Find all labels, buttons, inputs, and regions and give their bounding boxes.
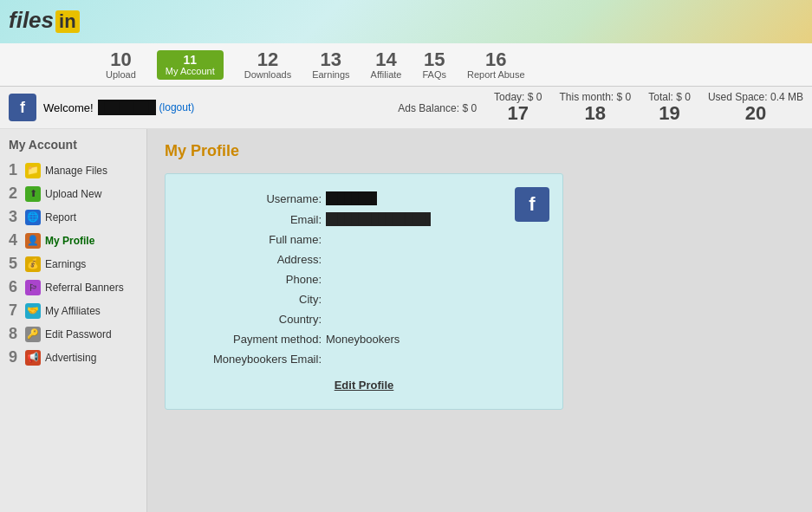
nav-downloads[interactable]: 12 Downloads — [244, 50, 291, 80]
sidebar-item-advertising[interactable]: 9 📢 Advertising — [4, 346, 142, 369]
field-fullname: Full name: — [183, 233, 545, 246]
sidebar-items: 1 📁 Manage Files 2 ⬆ Upload New 3 🌐 Repo… — [4, 159, 142, 369]
sidebar: My Account 1 📁 Manage Files 2 ⬆ Upload N… — [0, 129, 147, 512]
address-label: Address: — [183, 253, 322, 266]
sidebar-item-upload-new[interactable]: 2 ⬆ Upload New — [4, 182, 142, 205]
country-label: Country: — [183, 313, 322, 326]
sidebar-item-my-profile[interactable]: 4 👤 My Profile — [4, 229, 142, 252]
field-address: Address: — [183, 253, 545, 266]
sidebar-label: Advertising — [45, 352, 96, 364]
main-content: My Account 1 📁 Manage Files 2 ⬆ Upload N… — [0, 129, 812, 512]
edit-profile-link[interactable]: Edit Profile — [183, 379, 545, 392]
payment-method-value: Moneybookers — [326, 333, 400, 346]
moneybookers-email-label: Moneybookers Email: — [183, 353, 322, 366]
folder-icon: 📁 — [25, 163, 41, 178]
sidebar-label: My Profile — [45, 235, 94, 247]
field-email: Email: ██████████████ — [183, 212, 545, 226]
affiliates-icon: 🤝 — [25, 303, 41, 319]
password-icon: 🔑 — [25, 327, 41, 342]
profile-facebook-icon: f — [515, 187, 549, 222]
person-icon: 👤 — [25, 233, 41, 249]
ad-icon: 📢 — [25, 350, 41, 366]
nav-affiliate[interactable]: 14 Affiliate — [371, 50, 402, 80]
sidebar-label: Earnings — [45, 258, 86, 270]
profile-card: f Username: ██████ Email: ██████████████… — [165, 173, 563, 410]
usedspace-stat: Used Space: 0.4 MB 20 — [708, 91, 803, 124]
username-label: Username: — [183, 192, 322, 205]
ads-balance-stat: Ads Balance: $ 0 — [398, 101, 477, 114]
user-stats: Ads Balance: $ 0 Today: $ 0 17 This mont… — [398, 91, 803, 124]
welcome-text: Welcome! — [43, 101, 94, 114]
sidebar-label: Upload New — [45, 188, 101, 200]
sidebar-label: Manage Files — [45, 165, 107, 177]
nav-bar: filesin 10 Upload 11 My Account 12 Downl… — [0, 43, 812, 87]
logout-link[interactable]: (logout) — [159, 101, 195, 113]
profile-area: My Profile f Username: ██████ Email: ███… — [147, 129, 812, 512]
sidebar-item-edit-password[interactable]: 8 🔑 Edit Password — [4, 322, 142, 346]
sidebar-item-earnings[interactable]: 5 💰 Earnings — [4, 252, 142, 275]
field-country: Country: — [183, 313, 545, 326]
nav-reportabuse[interactable]: 16 Report Abuse — [467, 50, 525, 80]
sidebar-item-referral-banners[interactable]: 6 🏳 Referral Banners — [4, 275, 142, 299]
logo-text: files — [9, 7, 54, 33]
facebook-icon: f — [9, 94, 36, 121]
sidebar-item-report[interactable]: 3 🌐 Report — [4, 205, 142, 229]
email-value: ██████████████ — [326, 212, 431, 226]
globe-icon: 🌐 — [25, 210, 41, 225]
username-value: ██████ — [326, 191, 377, 205]
logo-in: in — [55, 10, 80, 33]
field-username: Username: ██████ — [183, 191, 545, 205]
fullname-label: Full name: — [183, 233, 322, 246]
banner-icon: 🏳 — [25, 280, 41, 295]
field-payment-method: Payment method: Moneybookers — [183, 333, 545, 346]
nav-upload[interactable]: 10 Upload — [106, 50, 136, 80]
user-bar: f Welcome! ██████ (logout) Ads Balance: … — [0, 87, 812, 129]
nav-earnings[interactable]: 13 Earnings — [312, 50, 349, 80]
sidebar-label: Edit Password — [45, 328, 112, 340]
sidebar-label: My Affiliates — [45, 305, 101, 317]
profile-title: My Profile — [165, 142, 795, 160]
phone-label: Phone: — [183, 273, 322, 286]
sidebar-title: My Account — [4, 138, 142, 152]
sidebar-item-my-affiliates[interactable]: 7 🤝 My Affiliates — [4, 299, 142, 322]
city-label: City: — [183, 293, 322, 306]
username-display: ██████ — [98, 100, 156, 115]
sidebar-item-manage-files[interactable]: 1 📁 Manage Files — [4, 159, 142, 182]
field-phone: Phone: — [183, 273, 545, 286]
upload-icon: ⬆ — [25, 186, 41, 202]
header-banner — [0, 0, 812, 43]
sidebar-label: Referral Banners — [45, 282, 124, 294]
today-stat: Today: $ 0 17 — [494, 91, 542, 124]
field-moneybookers-email: Moneybookers Email: — [183, 353, 545, 366]
nav-faqs[interactable]: 15 FAQs — [422, 50, 446, 80]
total-stat: Total: $ 0 19 — [648, 91, 691, 124]
email-label: Email: — [183, 213, 322, 226]
nav-myaccount[interactable]: 11 My Account — [157, 50, 224, 80]
sidebar-label: Report — [45, 211, 76, 224]
field-city: City: — [183, 293, 545, 306]
logo: filesin — [9, 7, 80, 34]
payment-method-label: Payment method: — [183, 333, 322, 346]
coin-icon: 💰 — [25, 256, 41, 272]
thismonth-stat: This month: $ 0 18 — [559, 91, 631, 124]
